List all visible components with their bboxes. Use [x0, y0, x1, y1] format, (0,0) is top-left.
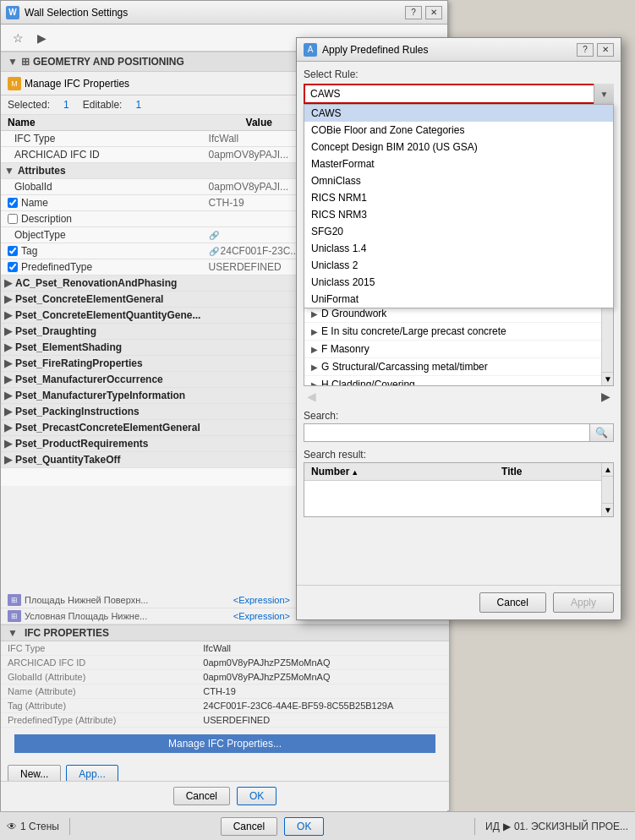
expr-icon-1: ⊞ [8, 594, 21, 606]
predefined-type-checkbox[interactable] [8, 262, 18, 272]
dialog-title-buttons: ? ✕ [577, 43, 614, 57]
titlebar-buttons: ? ✕ [405, 6, 442, 19]
expand-icon[interactable]: ▶ [4, 309, 12, 321]
expand-icon[interactable]: ▶ [4, 341, 12, 353]
manage-ifc-properties-button[interactable]: Manage IFC Properties... [14, 734, 435, 753]
col-number-header[interactable]: Number▲ [304, 463, 495, 481]
star-button[interactable]: ☆ [8, 28, 28, 48]
ifc-archicad-id-label: ARCHICAD IFC ID [8, 657, 203, 668]
ifc-row: Name (Attribute) CTH-19 [1, 685, 449, 699]
dropdown-item-cobie[interactable]: COBie Floor and Zone Categories [304, 122, 613, 139]
dropdown-item-sfg20[interactable]: SFG20 [304, 223, 613, 240]
prop-name: ObjectType [1, 227, 202, 243]
expand-icon[interactable]: ▶ [4, 406, 12, 417]
status-eye-icon-container: 👁 1 Стены [7, 821, 59, 832]
section-icon: ⊞ [21, 56, 30, 68]
tag-checkbox[interactable] [8, 246, 18, 256]
dropdown-item-uniclass2[interactable]: Uniclass 2 [304, 257, 613, 274]
ifc-tag-label: Tag (Attribute) [8, 701, 203, 711]
expand-icon[interactable]: ▶ [4, 374, 12, 385]
dropdown-item-rics-nrm3[interactable]: RICS NRM3 [304, 206, 613, 223]
dropdown-item-omniclass[interactable]: OmniClass [304, 172, 613, 189]
expand-icon[interactable]: ▼ [4, 165, 14, 177]
search-container: 🔍 [304, 423, 614, 442]
cat-expand-icon: ▶ [311, 345, 318, 354]
result-scrollbar[interactable]: ▲ ▼ [601, 463, 613, 516]
arrow-button[interactable]: ▶ [31, 28, 52, 48]
close-button[interactable]: ✕ [425, 6, 442, 19]
dialog-buttons: Cancel Apply [297, 585, 621, 619]
dropdown-item-masterformat[interactable]: MasterFormat [304, 155, 613, 172]
category-item-h[interactable]: ▶ H Cladding/Covering [304, 376, 601, 385]
ifc-expand-icon[interactable]: ▼ [8, 627, 18, 639]
prop-name: GlobalId [1, 179, 202, 195]
result-scroll-down[interactable]: ▼ [602, 503, 613, 516]
dropdown-item-concept[interactable]: Concept Design BIM 2010 (US GSA) [304, 139, 613, 155]
status-cancel-button[interactable]: Cancel [221, 817, 277, 836]
expand-icon[interactable]: ▶ [4, 390, 12, 401]
bg-titlebar: W Wall Selection Settings ? ✕ [1, 1, 447, 25]
dropdown-item-rics-nrm1[interactable]: RICS NRM1 [304, 189, 613, 206]
manage-ifc-icon: M [8, 77, 21, 90]
steny-label: 1 Стены [20, 821, 59, 832]
editable-value: 1 [135, 99, 141, 111]
cancel-button[interactable]: Cancel [479, 592, 546, 613]
prop-name: ARCHICAD IFC ID [1, 147, 202, 163]
dialog-help-button[interactable]: ? [577, 43, 594, 57]
category-item-e[interactable]: ▶ E In situ concrete/Large precast concr… [304, 323, 601, 341]
rule-dropdown-container: CAWS ▼ CAWS COBie Floor and Zone Categor… [304, 84, 614, 104]
result-table: Number▲ Title [304, 463, 601, 481]
prop-name: PredefinedType [1, 259, 202, 275]
result-scroll-up[interactable]: ▲ [602, 463, 613, 477]
result-table-wrapper: Number▲ Title [304, 463, 601, 516]
status-ok-button[interactable]: OK [284, 817, 324, 836]
dropdown-arrow-icon[interactable]: ▼ [594, 84, 614, 104]
search-input[interactable] [304, 423, 590, 442]
nav-left-btn[interactable]: ◀ [304, 388, 320, 405]
dialog-close-button[interactable]: ✕ [597, 43, 614, 57]
ifc-globalid-value: 0apm0V8yPAJhzPZ5MoMnAQ [203, 672, 442, 682]
apply-button[interactable]: Apply [553, 592, 614, 613]
expand-icon[interactable]: ▶ [4, 454, 12, 466]
name-checkbox[interactable] [8, 198, 18, 208]
sort-arrow-number: ▲ [351, 468, 359, 477]
col-title-header[interactable]: Title [495, 463, 601, 481]
category-label: F Masonry [321, 343, 370, 355]
dropdown-item-unifornat[interactable]: UniFormat [304, 291, 613, 308]
window-icon: W [6, 6, 19, 19]
result-table-container: Number▲ Title ▲ ▼ [304, 462, 614, 517]
expr-value-1: <Expression> [233, 595, 290, 605]
description-checkbox[interactable] [8, 214, 18, 224]
category-item-f[interactable]: ▶ F Masonry [304, 341, 601, 358]
nav-arrows: ◀ ▶ [297, 386, 621, 406]
dropdown-list: CAWS COBie Floor and Zone Categories Con… [304, 104, 614, 308]
dropdown-item-uniclass14[interactable]: Uniclass 1.4 [304, 240, 613, 257]
rule-dropdown-value[interactable]: CAWS [304, 84, 614, 104]
scroll-down-btn[interactable]: ▼ [602, 372, 613, 385]
category-item-g[interactable]: ▶ G Structural/Carcassing metal/timber [304, 358, 601, 376]
ifc-row: Tag (Attribute) 24CF001F-23C6-4A4E-BF59-… [1, 699, 449, 713]
dropdown-item-uniclass2015[interactable]: Uniclass 2015 [304, 274, 613, 291]
search-result-label: Search result: [297, 445, 621, 462]
expand-icon[interactable]: ▶ [4, 438, 12, 450]
apply-rules-dialog: A Apply Predefined Rules ? ✕ Select Rule… [296, 37, 621, 620]
dialog-titlebar: A Apply Predefined Rules ? ✕ [297, 38, 621, 62]
expand-icon[interactable]: ▶ [4, 293, 12, 305]
expand-icon[interactable]: ▶ [4, 277, 12, 289]
bg-ok-button[interactable]: OK [237, 787, 276, 805]
expr-value-2: <Expression> [233, 611, 290, 621]
expand-icon[interactable]: ▶ [4, 325, 12, 337]
section-expand-icon[interactable]: ▼ [8, 56, 18, 68]
search-button[interactable]: 🔍 [590, 423, 614, 442]
cat-expand-icon: ▶ [311, 363, 318, 372]
nav-right-btn[interactable]: ▶ [598, 388, 614, 405]
dropdown-item-caws[interactable]: CAWS [304, 105, 613, 122]
editable-label: Editable: [83, 99, 123, 111]
help-button[interactable]: ? [405, 6, 422, 19]
selected-value: 1 [63, 99, 69, 111]
expand-icon[interactable]: ▶ [4, 357, 12, 369]
cat-expand-icon: ▶ [311, 327, 318, 336]
status-bar: 👁 1 Стены Cancel OK ИД ▶ 01. ЭСКИЗНЫЙ ПР… [0, 811, 635, 840]
expand-icon[interactable]: ▶ [4, 422, 12, 434]
bg-cancel-button[interactable]: Cancel [173, 787, 230, 805]
